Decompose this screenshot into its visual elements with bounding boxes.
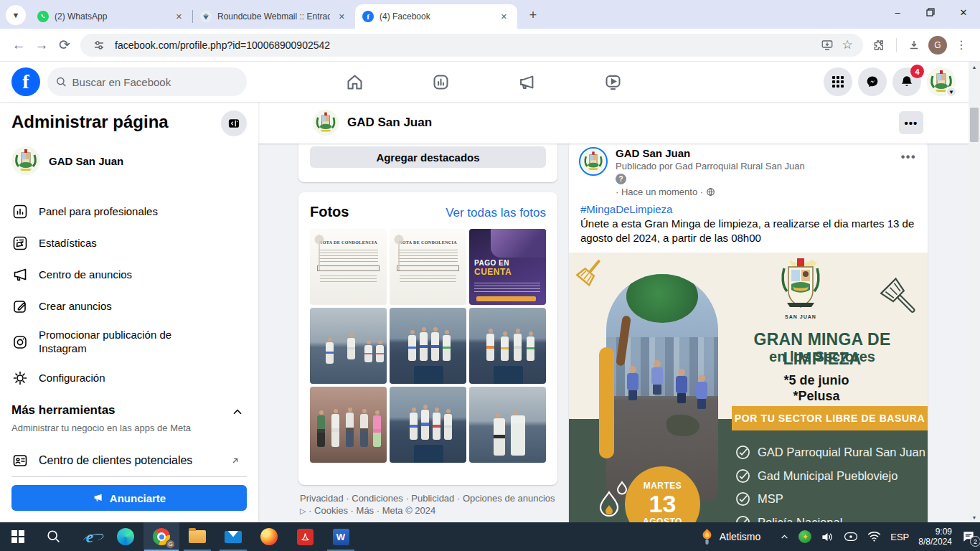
wifi-icon[interactable] xyxy=(867,531,881,542)
see-all-photos-link[interactable]: Ver todas las fotos xyxy=(446,206,546,220)
antivirus-tray-icon[interactable]: ✦ xyxy=(798,530,811,543)
photo-thumbnail-judo-1[interactable] xyxy=(310,308,387,384)
facebook-logo[interactable]: f xyxy=(11,67,40,96)
start-button[interactable] xyxy=(0,522,36,551)
nav-video-tab[interactable] xyxy=(570,62,656,102)
close-tab-icon[interactable]: ✕ xyxy=(498,11,510,23)
taskbar-search-button[interactable] xyxy=(36,522,72,551)
photo-thumbnail-judo-4[interactable] xyxy=(390,387,466,463)
tab-facebook[interactable]: f (4) Facebook ✕ xyxy=(355,4,517,29)
install-app-icon[interactable] xyxy=(817,35,837,55)
tray-chevron-up-icon[interactable] xyxy=(780,532,789,542)
add-highlights-button[interactable]: Agregar destacados xyxy=(310,146,546,168)
tab-whatsapp[interactable]: (2) WhatsApp ✕ xyxy=(30,4,192,29)
reload-icon[interactable]: ⟳ xyxy=(53,34,76,57)
sidebar-item-centro-anuncios[interactable]: Centro de anuncios xyxy=(6,259,253,291)
notifications-button[interactable]: 4 xyxy=(892,67,921,96)
gear-icon xyxy=(11,369,29,387)
post-image[interactable]: SAN JUAN GRAN MINGA DE LIM xyxy=(569,253,928,522)
sidebar-page-row[interactable]: GAD San Juan xyxy=(11,145,123,176)
photo-thumbnail-judo-3[interactable] xyxy=(469,308,546,384)
left-column: Agregar destacados Fotos Ver todas las f… xyxy=(298,135,557,517)
apps-menu-button[interactable] xyxy=(824,67,852,96)
post-author-name[interactable]: GAD San Juan xyxy=(616,147,916,159)
new-tab-button[interactable]: + xyxy=(523,5,543,25)
sidebar-item-panel-profesionales[interactable]: Panel para profesionales xyxy=(6,196,253,227)
facebook-center-nav xyxy=(311,62,656,102)
taskbar-mail[interactable] xyxy=(215,522,251,551)
tab-search-button[interactable]: ▼ xyxy=(6,5,26,25)
messenger-button[interactable] xyxy=(858,67,887,96)
close-window-button[interactable]: ✕ xyxy=(947,0,980,24)
help-icon[interactable]: ? xyxy=(616,174,626,184)
taskbar-file-explorer[interactable] xyxy=(179,522,215,551)
flyer-banner: POR TU SECTOR LIBRE DE BASURA xyxy=(732,406,928,430)
collapse-sidebar-button[interactable] xyxy=(221,110,247,136)
facebook-search[interactable] xyxy=(47,67,247,96)
profile-avatar-button[interactable]: ▼ xyxy=(927,67,956,96)
page-scrollbar[interactable]: ▲ ▼ xyxy=(969,62,980,522)
bookmark-star-icon[interactable]: ☆ xyxy=(837,35,857,55)
post-hashtag-link[interactable]: #MingaDeLimpieza xyxy=(569,197,928,215)
taskbar-weather[interactable]: Atletismo xyxy=(701,528,761,545)
photo-thumbnail-judo-2[interactable] xyxy=(390,308,466,384)
minimize-button[interactable]: – xyxy=(881,0,914,24)
restore-button[interactable] xyxy=(914,0,947,24)
facebook-footer: Privacidad · Condiciones · Publicidad · … xyxy=(298,493,557,517)
browser-menu-icon[interactable]: ⋮ xyxy=(950,34,973,57)
facebook-header: f xyxy=(0,62,980,102)
taskbar-edge[interactable] xyxy=(108,522,143,551)
post-more-button[interactable]: ••• xyxy=(901,151,916,164)
file-explorer-icon xyxy=(189,530,206,543)
address-bar[interactable]: facebook.com/profile.php?id=100068900902… xyxy=(80,34,863,57)
taskbar-acrobat[interactable] xyxy=(287,522,323,551)
photo-thumbnail-condolencia-1[interactable]: NOTA DE CONDOLENCIA xyxy=(310,229,387,305)
scroll-down-icon[interactable]: ▼ xyxy=(972,512,977,522)
taskbar-internet-explorer[interactable]: e xyxy=(72,522,108,551)
site-settings-icon[interactable] xyxy=(89,35,109,55)
photo-thumbnail-coaches[interactable] xyxy=(469,387,546,463)
sidebar-item-estadisticas[interactable]: Estadísticas xyxy=(6,227,253,259)
volume-icon[interactable] xyxy=(821,530,834,544)
post-text: Únete a esta Gran Minga de limpieza, a r… xyxy=(569,215,928,253)
scrollbar-thumb[interactable] xyxy=(970,108,979,142)
clock[interactable]: 9:09 8/8/2024 xyxy=(918,527,952,547)
taskbar-firefox[interactable] xyxy=(251,522,287,551)
meet-now-icon[interactable] xyxy=(844,530,858,543)
search-input[interactable] xyxy=(72,76,238,88)
advertise-button[interactable]: Anunciarte xyxy=(11,485,247,511)
scroll-up-icon[interactable]: ▲ xyxy=(972,62,977,72)
taskbar-chrome[interactable]: G xyxy=(143,522,179,551)
nav-insights-tab[interactable] xyxy=(397,62,484,102)
footer-links-line1[interactable]: Privacidad · Condiciones · Publicidad · … xyxy=(300,493,557,505)
tab-roundcube[interactable]: Roundcube Webmail :: Entrada ✕ xyxy=(193,4,355,29)
back-icon[interactable]: ← xyxy=(7,34,30,57)
photo-thumbnail-pago-en-cuenta[interactable]: PAGO EN CUENTA xyxy=(469,229,546,305)
more-tools-header[interactable]: Más herramientas xyxy=(11,403,247,418)
extensions-puzzle-icon[interactable] xyxy=(867,34,890,57)
photo-thumbnail-group[interactable] xyxy=(310,387,387,463)
footer-links-line2[interactable]: ▷ · Cookies · Más · Meta © 2024 xyxy=(300,505,557,517)
downloads-icon[interactable] xyxy=(903,34,925,57)
photo-thumbnail-condolencia-2[interactable]: NOTA DE CONDOLENCIA xyxy=(390,229,466,305)
sidebar-item-configuracion[interactable]: Configuración xyxy=(6,362,253,394)
nav-home-tab[interactable] xyxy=(311,62,397,102)
language-indicator[interactable]: ESP xyxy=(890,532,909,542)
close-tab-icon[interactable]: ✕ xyxy=(173,11,185,23)
dashboard-icon xyxy=(11,203,29,220)
page-avatar[interactable] xyxy=(313,110,339,136)
post-author-avatar[interactable] xyxy=(579,147,608,176)
forward-icon[interactable]: → xyxy=(30,34,53,57)
page-more-button[interactable]: ••• xyxy=(899,111,923,134)
action-center-button[interactable]: 2 xyxy=(961,529,976,544)
browser-profile-avatar[interactable]: G xyxy=(928,36,947,55)
sidebar-item-promocionar-instagram[interactable]: Promocionar publicación de Instagram xyxy=(6,322,253,362)
sidebar-item-leads-center[interactable]: Centro de clientes potenciales xyxy=(6,445,253,476)
collapse-sidebar-icon xyxy=(227,116,241,131)
nav-ads-tab[interactable] xyxy=(484,62,570,102)
firefox-icon xyxy=(260,528,278,545)
close-tab-icon[interactable]: ✕ xyxy=(336,11,348,23)
sidebar-item-crear-anuncios[interactable]: Crear anuncios xyxy=(6,291,253,322)
word-icon: W xyxy=(333,529,349,545)
taskbar-word[interactable]: W xyxy=(323,522,359,551)
